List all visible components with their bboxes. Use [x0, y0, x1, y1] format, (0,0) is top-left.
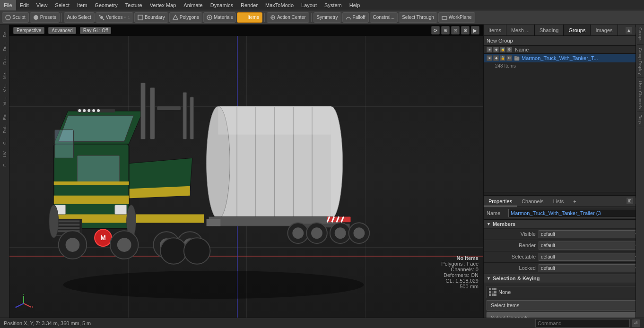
new-group-bar: New Group: [484, 36, 644, 46]
group-item[interactable]: 👁 ◆ 🔒 ⚙ Marmon_Truck_With_Tanker_T...: [484, 54, 644, 62]
edge-tab-groups[interactable]: Groups: [637, 25, 644, 45]
menu-file[interactable]: File: [0, 0, 16, 10]
raygl-button[interactable]: Ray GL: Off: [80, 27, 112, 34]
menu-item[interactable]: Item: [73, 0, 91, 10]
tab-properties[interactable]: Properties: [484, 196, 517, 207]
menu-help[interactable]: Help: [346, 0, 364, 10]
sidebar-item-7[interactable]: Pol..: [1, 123, 8, 135]
vp-rotate-icon[interactable]: ⟳: [431, 26, 440, 35]
panel-expand-icon[interactable]: ▲: [625, 26, 633, 34]
props-expand-icon[interactable]: ⊞: [626, 197, 634, 205]
selectable-select[interactable]: default ▾: [539, 253, 639, 261]
lock-header-icon[interactable]: 🔒: [500, 47, 505, 52]
group-item-name: Marmon_Truck_With_Tanker_T...: [522, 55, 598, 61]
group-render-icon[interactable]: ◆: [493, 55, 499, 61]
selectable-label: Selectable: [493, 254, 536, 259]
svg-point-64: [117, 238, 131, 252]
sculpt-button[interactable]: Sculpt: [2, 12, 29, 23]
constraint-button[interactable]: Constrai...: [370, 12, 398, 23]
header-icons: 👁 ◆ 🔒 ⚙: [487, 47, 512, 52]
tab-images[interactable]: Images: [591, 25, 618, 35]
sidebar-item-10[interactable]: F..: [1, 160, 8, 169]
sidebar-item-5[interactable]: Ve...: [1, 95, 8, 107]
type-header-icon[interactable]: ⚙: [506, 47, 512, 52]
action-center-button[interactable]: Action Center: [267, 12, 309, 23]
sel-keying-section-header[interactable]: ▼ Selection & Keying: [484, 274, 644, 283]
boundary-button[interactable]: Boundary: [134, 12, 168, 23]
menu-vertexmap[interactable]: Vertex Map: [146, 0, 180, 10]
select-channels-button[interactable]: Select Channels: [487, 312, 641, 318]
none-button[interactable]: None: [487, 286, 641, 298]
svg-point-70: [184, 238, 210, 264]
sidebar-item-8[interactable]: C...: [1, 136, 8, 147]
svg-rect-40: [55, 130, 74, 158]
vp-settings-icon[interactable]: ⚙: [461, 26, 470, 35]
workplane-button[interactable]: WorkPlane: [438, 12, 475, 23]
menu-system[interactable]: System: [321, 0, 346, 10]
new-group-label: New Group: [487, 38, 513, 43]
group-visibility-icon[interactable]: 👁: [487, 55, 492, 61]
render-select[interactable]: default ▾: [539, 242, 639, 250]
group-lock-icon[interactable]: 🔒: [500, 55, 505, 61]
locked-select[interactable]: default ▾: [539, 264, 639, 272]
perspective-button[interactable]: Perspective: [13, 27, 44, 34]
edge-tab-tags[interactable]: Tags: [637, 112, 644, 127]
svg-rect-89: [514, 56, 517, 58]
select-through-button[interactable]: Select Through: [399, 12, 437, 23]
materials-button[interactable]: Materials: [203, 12, 236, 23]
tab-mesh[interactable]: Mesh ...: [506, 25, 535, 35]
tab-lists[interactable]: Lists: [548, 196, 569, 207]
sidebar-item-9[interactable]: UV..: [1, 147, 8, 159]
tab-add[interactable]: +: [568, 196, 581, 207]
visibility-header-icon[interactable]: 👁: [487, 47, 492, 52]
vp-zoom-icon[interactable]: ⊕: [441, 26, 450, 35]
vp-expand-icon[interactable]: ▶: [471, 26, 479, 35]
command-input[interactable]: [535, 319, 630, 328]
menu-geometry[interactable]: Geometry: [91, 0, 121, 10]
render-header-icon[interactable]: ◆: [493, 47, 499, 52]
visible-select[interactable]: default ▾: [539, 230, 639, 238]
polygons-button[interactable]: Polygons: [169, 12, 202, 23]
svg-point-29: [311, 227, 322, 239]
menu-view[interactable]: View: [33, 0, 52, 10]
sidebar-item-4[interactable]: Ve...: [1, 82, 8, 94]
tab-channels[interactable]: Channels: [517, 196, 548, 207]
items-button[interactable]: Items: [237, 12, 262, 23]
panel-resize-handle[interactable]: [484, 192, 644, 196]
menu-edit[interactable]: Edit: [16, 0, 33, 10]
groups-list-header: 👁 ◆ 🔒 ⚙ Name: [484, 46, 644, 54]
sidebar-item-0[interactable]: De...: [1, 26, 8, 39]
menu-render[interactable]: Render: [237, 0, 261, 10]
panel-tabs: Items Mesh ... Shading Groups Images ▲ ▼: [484, 25, 644, 36]
menu-select[interactable]: Select: [51, 0, 73, 10]
sidebar-item-3[interactable]: Me...: [1, 68, 8, 81]
sidebar-item-2[interactable]: Du...: [1, 54, 8, 67]
presets-button[interactable]: Presets: [30, 12, 60, 23]
tab-groups[interactable]: Groups: [564, 25, 591, 35]
tab-shading[interactable]: Shading: [535, 25, 564, 35]
menu-animate[interactable]: Animate: [180, 0, 206, 10]
vertices-button[interactable]: Vertices ▾ 1: [96, 12, 133, 23]
vp-fit-icon[interactable]: ⊡: [451, 26, 460, 35]
auto-select-button[interactable]: Auto Select: [64, 12, 95, 23]
menu-layout[interactable]: Layout: [297, 0, 321, 10]
falloff-button[interactable]: Falloff: [342, 12, 369, 23]
members-section-header[interactable]: ▼ Members: [484, 220, 644, 229]
advanced-button[interactable]: Advanced: [48, 27, 76, 34]
menu-maxtomodo[interactable]: MaxToModo: [261, 0, 297, 10]
svg-rect-51: [115, 205, 127, 215]
edge-tab-user-channels[interactable]: User Channels: [637, 78, 644, 112]
command-submit-button[interactable]: ⏎: [632, 319, 640, 328]
viewport[interactable]: Perspective Advanced Ray GL: Off ⟳ ⊕ ⊡ ⚙…: [9, 25, 483, 318]
symmetry-button[interactable]: Symmetry: [313, 12, 341, 23]
menu-texture[interactable]: Texture: [122, 0, 146, 10]
edge-tab-group-display[interactable]: Group Display: [637, 45, 644, 78]
sidebar-item-1[interactable]: Du...: [1, 40, 8, 53]
group-type-icon[interactable]: ⚙: [506, 55, 512, 61]
tab-items[interactable]: Items: [484, 25, 506, 35]
menu-dynamics[interactable]: Dynamics: [207, 0, 237, 10]
select-items-button[interactable]: Select Items: [487, 300, 641, 311]
sidebar-item-6[interactable]: Em...: [1, 108, 8, 122]
name-column-header: Name: [515, 47, 529, 52]
name-input[interactable]: [508, 209, 641, 217]
